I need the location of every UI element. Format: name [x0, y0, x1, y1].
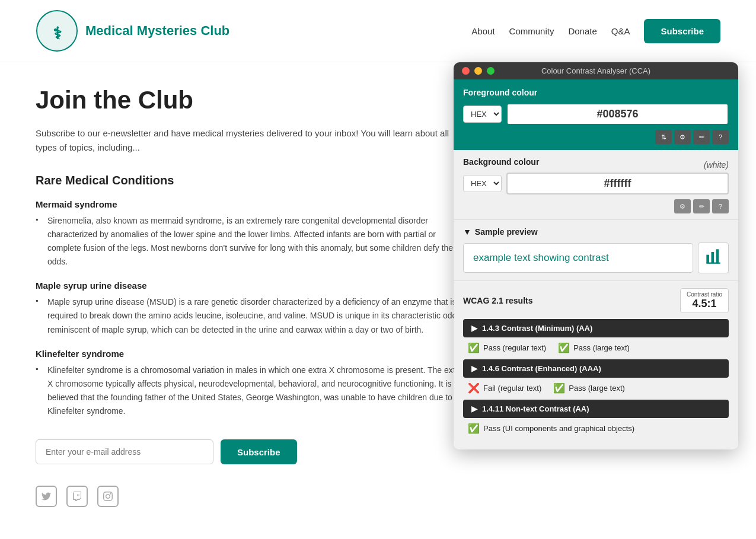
- bg-input-row: HEX: [463, 173, 729, 194]
- bg-tools: ⚙ ✏ ?: [463, 199, 729, 213]
- criterion-1411-result-0: ✅ Pass (UI components and graphical obje…: [468, 423, 634, 434]
- criterion-1411-name: 1.4.11 Non-text Contrast (AA): [482, 404, 589, 413]
- twitch-icon[interactable]: [66, 486, 88, 507]
- criterion-146-result-0: ❌ Fail (regular text): [468, 382, 541, 394]
- fg-tools: ⇅ ⚙ ✏ ?: [463, 130, 729, 144]
- condition-maple: Maple syrup urine disease Maple syrup ur…: [36, 280, 468, 336]
- condition-title-0: Mermaid syndrome: [36, 199, 468, 209]
- criterion-146-results: ❌ Fail (regular text) ✅ Pass (large text…: [463, 381, 729, 395]
- criterion-146-result-0-label: Fail (regular text): [483, 384, 541, 393]
- subscribe-button[interactable]: Subscribe: [221, 439, 297, 464]
- fg-hex-input[interactable]: [506, 103, 729, 125]
- window-maximize-button[interactable]: [487, 67, 495, 75]
- fail-icon-0: ❌: [468, 382, 480, 394]
- bg-label: Background colour: [463, 157, 539, 167]
- svg-text:⚕: ⚕: [53, 24, 62, 43]
- bg-format-select[interactable]: HEX: [463, 175, 502, 192]
- condition-desc-0: Sirenomelia, also known as mermaid syndr…: [36, 214, 468, 269]
- svg-rect-2: [706, 255, 709, 263]
- instagram-icon[interactable]: [97, 486, 119, 507]
- condition-title-2: Klinefelter syndrome: [36, 349, 468, 359]
- criterion-146-arrow: ▶: [471, 364, 477, 373]
- svg-rect-4: [716, 249, 719, 263]
- criterion-143-result-1-label: Pass (large text): [573, 343, 630, 352]
- nav-donate[interactable]: Donate: [568, 26, 596, 36]
- preview-label: Sample preview: [475, 227, 538, 237]
- bg-eyedropper-button[interactable]: ✏: [693, 199, 710, 213]
- bg-help-button[interactable]: ?: [712, 199, 729, 213]
- fg-settings-button[interactable]: ⚙: [674, 130, 691, 144]
- criterion-146-result-1: ✅ Pass (large text): [553, 382, 625, 394]
- criterion-146-result-1-label: Pass (large text): [569, 384, 625, 393]
- criterion-143-results: ✅ Pass (regular text) ✅ Pass (large text…: [463, 341, 729, 355]
- nav-subscribe-button[interactable]: Subscribe: [644, 19, 720, 43]
- condition-desc-1: Maple syrup urine disease (MSUD) is a ra…: [36, 295, 468, 336]
- example-text-box: example text showing contrast: [463, 243, 693, 273]
- page-title: Join the Club: [36, 86, 468, 114]
- chart-icon: [705, 248, 722, 268]
- fg-label: Foreground colour: [463, 88, 729, 97]
- criterion-1411: ▶ 1.4.11 Non-text Contrast (AA) ✅ Pass (…: [463, 400, 729, 435]
- criterion-143-result-0-label: Pass (regular text): [483, 343, 546, 352]
- criterion-1411-header[interactable]: ▶ 1.4.11 Non-text Contrast (AA): [463, 400, 729, 418]
- fg-format-select[interactable]: HEX: [463, 106, 502, 123]
- criterion-143-header[interactable]: ▶ 1.4.3 Contrast (Minimum) (AA): [463, 319, 729, 337]
- condition-desc-2: Klinefelter syndrome is a chromosomal va…: [36, 363, 468, 418]
- criterion-146-header[interactable]: ▶ 1.4.6 Contrast (Enhanced) (AAA): [463, 359, 729, 378]
- condition-mermaid: Mermaid syndrome Sirenomelia, also known…: [36, 199, 468, 269]
- cca-title: Colour Contrast Analyser (CCA): [541, 66, 650, 75]
- site-title: Medical Mysteries Club: [85, 23, 229, 39]
- criterion-143-name: 1.4.3 Contrast (Minimum) (AA): [482, 324, 592, 333]
- results-header: WCAG 2.1 results Contrast ratio 4.5:1: [463, 288, 729, 313]
- email-input[interactable]: [36, 439, 213, 464]
- bg-hex-input[interactable]: [506, 173, 729, 194]
- criterion-143-result-1: ✅ Pass (large text): [558, 342, 630, 353]
- cca-body: Foreground colour HEX ⇅ ⚙ ✏ ? Backgrou: [454, 79, 738, 449]
- bg-white-label: (white): [704, 160, 729, 170]
- fg-section: Foreground colour HEX ⇅ ⚙ ✏ ?: [454, 79, 738, 150]
- example-text: example text showing contrast: [473, 252, 609, 263]
- nav-community[interactable]: Community: [509, 26, 554, 36]
- main-content: Join the Club Subscribe to our e-newslet…: [0, 62, 756, 531]
- pass-icon-0: ✅: [468, 342, 480, 353]
- bg-settings-button[interactable]: ⚙: [674, 199, 691, 213]
- window-close-button[interactable]: [462, 67, 470, 75]
- pass-icon-1: ✅: [558, 342, 570, 353]
- subtitle-text: Subscribe to our e-newsletter and have m…: [36, 126, 468, 155]
- wcag-label: WCAG 2.1 results: [463, 296, 532, 305]
- svg-rect-3: [712, 252, 714, 263]
- email-form: Subscribe: [36, 439, 468, 464]
- preview-arrow-icon: ▼: [463, 227, 471, 237]
- social-icons: [36, 486, 468, 507]
- fg-help-button[interactable]: ?: [712, 130, 729, 144]
- window-minimize-button[interactable]: [474, 67, 482, 75]
- criterion-1411-result-0-label: Pass (UI components and graphical object…: [483, 424, 634, 433]
- criterion-1411-arrow: ▶: [471, 404, 477, 413]
- nav-about[interactable]: About: [471, 26, 495, 36]
- cca-titlebar: Colour Contrast Analyser (CCA): [454, 62, 738, 79]
- pass-icon-2: ✅: [553, 382, 565, 394]
- content-area: Join the Club Subscribe to our e-newslet…: [36, 86, 468, 507]
- criterion-143: ▶ 1.4.3 Contrast (Minimum) (AA) ✅ Pass (…: [463, 319, 729, 355]
- section-title: Rare Medical Conditions: [36, 174, 468, 187]
- condition-klinefelter: Klinefelter syndrome Klinefelter syndrom…: [36, 349, 468, 418]
- preview-title: ▼ Sample preview: [463, 227, 729, 237]
- chart-view-button[interactable]: [698, 243, 729, 273]
- pass-icon-3: ✅: [468, 423, 480, 434]
- nav-qa[interactable]: Q&A: [611, 26, 630, 36]
- fg-eyedropper-button[interactable]: ✏: [693, 130, 710, 144]
- bg-label-row: Background colour (white): [463, 157, 729, 173]
- criterion-143-result-0: ✅ Pass (regular text): [468, 342, 546, 353]
- fg-swap-button[interactable]: ⇅: [655, 130, 672, 144]
- twitter-icon[interactable]: [36, 486, 57, 507]
- logo-link[interactable]: ⚕ Medical Mysteries Club: [36, 9, 229, 52]
- bg-section: Background colour (white) HEX ⚙ ✏ ?: [454, 150, 738, 220]
- fg-input-row: HEX: [463, 103, 729, 125]
- contrast-ratio-label: Contrast ratio: [687, 291, 722, 298]
- preview-section: ▼ Sample preview example text showing co…: [454, 220, 738, 281]
- navbar: ⚕ Medical Mysteries Club About Community…: [0, 0, 756, 62]
- wcag-results: WCAG 2.1 results Contrast ratio 4.5:1 ▶ …: [454, 281, 738, 449]
- nav-links: About Community Donate Q&A Subscribe: [471, 19, 720, 43]
- logo-image: ⚕: [36, 9, 78, 52]
- preview-row: example text showing contrast: [463, 243, 729, 273]
